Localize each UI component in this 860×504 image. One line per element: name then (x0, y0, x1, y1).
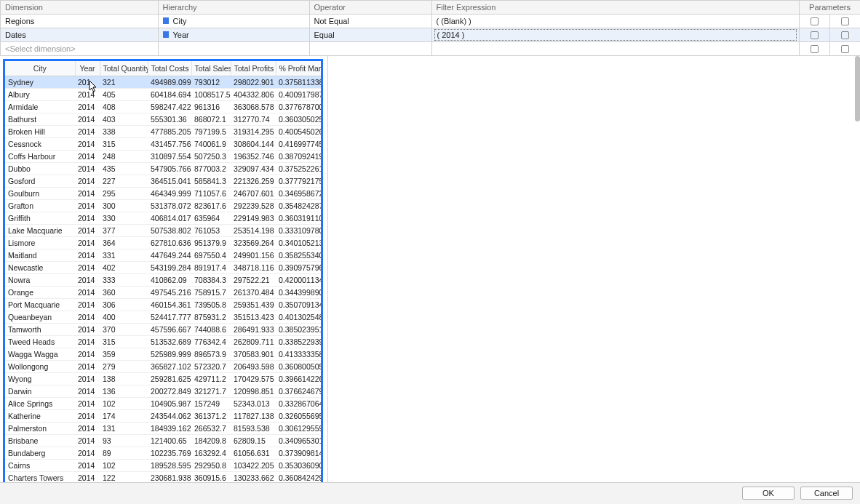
cell[interactable]: 431457.756 (148, 138, 191, 151)
cell[interactable]: Wollongong (5, 361, 75, 373)
cell[interactable]: 2014 (75, 101, 100, 113)
cell[interactable]: 89 (100, 447, 148, 460)
column-header[interactable]: Total Sales (191, 61, 231, 76)
cell[interactable]: 2014 (75, 348, 100, 361)
column-header[interactable]: % Profit Margin (276, 61, 323, 76)
cell[interactable]: 321 (100, 76, 148, 89)
cell[interactable]: 0.37390981454... (276, 447, 323, 460)
cell[interactable]: 184209.8 (191, 435, 231, 447)
cell[interactable]: 2014 (75, 324, 100, 336)
cell[interactable]: 0.37767870086... (276, 101, 323, 113)
column-header[interactable]: City (5, 61, 75, 76)
cell[interactable]: 0.35070913439... (276, 299, 323, 311)
cell[interactable]: 460154.361 (148, 299, 191, 311)
expression-box[interactable]: ( 2014 ) (434, 29, 797, 41)
cell[interactable]: 2014 (75, 126, 100, 138)
cell[interactable]: Charters Towers (5, 472, 75, 482)
cell[interactable]: 351513.423 (231, 311, 276, 324)
cell[interactable]: Gosford (5, 175, 75, 188)
cell[interactable]: 259281.625 (148, 373, 191, 385)
table-row[interactable]: Orange2014360497545.216758915.7261370.48… (5, 287, 323, 299)
cell[interactable]: 2014 (75, 460, 100, 472)
cell[interactable]: 259351.439 (231, 299, 276, 311)
col-dimension[interactable]: Dimension (1, 1, 158, 15)
cell[interactable]: 464349.999 (148, 188, 191, 200)
cell[interactable]: 2014 (75, 373, 100, 385)
cell[interactable]: 117827.138 (231, 410, 276, 423)
cell[interactable]: 896573.9 (191, 348, 231, 361)
cell[interactable]: 0.41333335824... (276, 348, 323, 361)
cell[interactable]: 823617.6 (191, 200, 231, 212)
cell[interactable]: Nowra (5, 274, 75, 287)
cell[interactable]: 292950.8 (191, 460, 231, 472)
cell[interactable]: 138 (100, 373, 148, 385)
cell[interactable]: 360 (100, 287, 148, 299)
table-row[interactable]: Port Macquarie2014306460154.361739505.82… (5, 299, 323, 311)
table-row[interactable]: Cairns2014102189528.595292950.8103422.20… (5, 460, 323, 472)
cell[interactable]: 170429.575 (231, 373, 276, 385)
cell[interactable]: 0.36031911083... (276, 212, 323, 225)
cell[interactable]: 2014 (75, 410, 100, 423)
cell[interactable]: 598247.422 (148, 101, 191, 113)
table-row[interactable]: Dubbo2014435547905.766877003.2329097.434… (5, 163, 323, 175)
table-row[interactable]: Darwin2014136200272.849321271.7120998.85… (5, 385, 323, 398)
cell[interactable]: Tweed Heads (5, 336, 75, 348)
cell[interactable]: Darwin (5, 385, 75, 398)
cell[interactable]: 2014 (75, 163, 100, 175)
cell[interactable]: 0.37779217511... (276, 175, 323, 188)
cell[interactable]: Cessnock (5, 138, 75, 151)
hierarchy-cell[interactable]: Year (158, 28, 309, 42)
cell[interactable]: 120998.851 (231, 385, 276, 398)
cell[interactable]: Sydney (5, 76, 75, 89)
cell[interactable]: 359 (100, 348, 148, 361)
cell[interactable]: 711057.6 (191, 188, 231, 200)
cell[interactable]: 230681.938 (148, 472, 191, 482)
cell[interactable]: 2014 (75, 151, 100, 163)
cell[interactable]: 877003.2 (191, 163, 231, 175)
cell[interactable]: 306 (100, 299, 148, 311)
param-checkbox-1b[interactable] (829, 15, 860, 28)
table-row[interactable]: Broken Hill2014338477885.205797199.53193… (5, 126, 323, 138)
cell[interactable]: 315 (100, 138, 148, 151)
param-checkbox-1a[interactable] (799, 15, 829, 28)
hierarchy-cell[interactable]: City (158, 15, 309, 28)
cell[interactable]: 0.35303609001... (276, 460, 323, 472)
cell[interactable]: 298022.901 (231, 76, 276, 89)
cell[interactable]: 435 (100, 163, 148, 175)
table-row[interactable]: Armidale2014408598247.422961316363068.57… (5, 101, 323, 113)
ok-button[interactable]: OK (742, 487, 795, 500)
cell[interactable]: 330 (100, 212, 148, 225)
cell[interactable]: 0.38502395144... (276, 324, 323, 336)
cell[interactable]: 248 (100, 151, 148, 163)
param-checkbox-3b[interactable] (829, 42, 860, 56)
cell[interactable]: 196352.746 (231, 151, 276, 163)
cell[interactable]: 758915.7 (191, 287, 231, 299)
cell[interactable]: 338 (100, 126, 148, 138)
cell[interactable]: 507250.3 (191, 151, 231, 163)
scrollbar-thumb[interactable] (855, 56, 860, 121)
table-row[interactable]: Albury2014405604184.6941008517.5404332.8… (5, 89, 323, 101)
cell[interactable]: 0.33286706433... (276, 398, 323, 410)
cell[interactable]: Wagga Wagga (5, 348, 75, 361)
cell[interactable]: Port Macquarie (5, 299, 75, 311)
cell[interactable]: 531378.072 (148, 200, 191, 212)
table-row[interactable]: Alice Springs2014102104905.9871572495234… (5, 398, 323, 410)
cell[interactable]: 2014 (75, 212, 100, 225)
cell[interactable]: 572320.7 (191, 361, 231, 373)
cell[interactable]: 891917.4 (191, 262, 231, 274)
cell[interactable]: 243544.062 (148, 410, 191, 423)
cell[interactable]: 184939.162 (148, 423, 191, 435)
cell[interactable]: 2014 (75, 138, 100, 151)
cell[interactable]: 249901.156 (231, 249, 276, 262)
cell[interactable]: 363068.578 (231, 101, 276, 113)
cell[interactable]: 261370.484 (231, 287, 276, 299)
dimension-cell[interactable]: Dates (1, 28, 158, 42)
cell[interactable]: 321271.7 (191, 385, 231, 398)
table-row[interactable]: Katherine2014174243544.062361371.2117827… (5, 410, 323, 423)
cell[interactable]: 494989.099 (148, 76, 191, 89)
cell[interactable]: 547905.766 (148, 163, 191, 175)
cell[interactable]: Newcastle (5, 262, 75, 274)
param-checkbox-2a[interactable] (799, 28, 829, 42)
cell[interactable]: 102 (100, 398, 148, 410)
cell[interactable]: 604184.694 (148, 89, 191, 101)
